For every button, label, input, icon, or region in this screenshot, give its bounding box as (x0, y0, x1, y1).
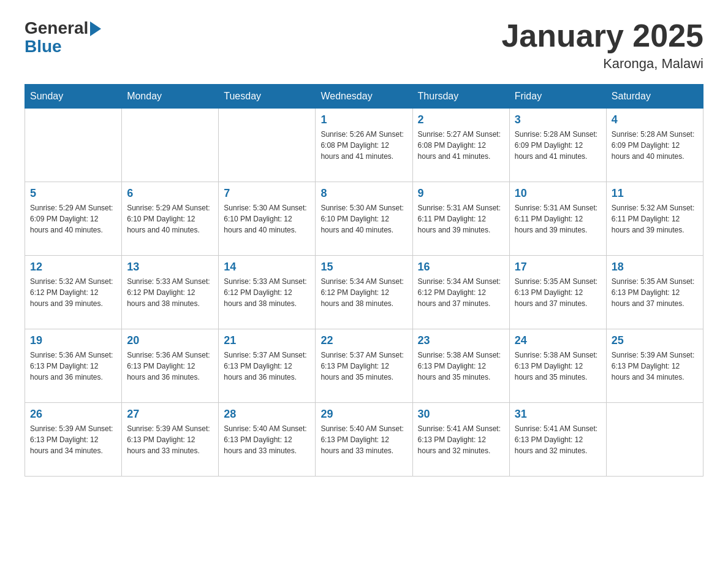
day-info: Sunrise: 5:39 AM Sunset: 6:13 PM Dayligh… (612, 350, 698, 383)
day-number: 29 (320, 408, 407, 421)
day-info: Sunrise: 5:35 AM Sunset: 6:13 PM Dayligh… (515, 276, 601, 309)
calendar-cell (25, 109, 122, 182)
calendar-cell: 25Sunrise: 5:39 AM Sunset: 6:13 PM Dayli… (606, 329, 703, 403)
day-info: Sunrise: 5:41 AM Sunset: 6:13 PM Dayligh… (515, 423, 601, 456)
calendar-cell: 5Sunrise: 5:29 AM Sunset: 6:09 PM Daylig… (25, 182, 122, 256)
calendar-header-row: SundayMondayTuesdayWednesdayThursdayFrid… (25, 85, 703, 109)
day-number: 4 (612, 113, 698, 126)
day-number: 14 (224, 261, 310, 274)
day-info: Sunrise: 5:31 AM Sunset: 6:11 PM Dayligh… (418, 202, 504, 236)
day-info: Sunrise: 5:34 AM Sunset: 6:12 PM Dayligh… (418, 276, 504, 309)
calendar-cell: 9Sunrise: 5:31 AM Sunset: 6:11 PM Daylig… (412, 182, 509, 256)
day-number: 17 (515, 261, 601, 274)
calendar-title-block: January 2025 Karonga, Malawi (501, 18, 703, 72)
day-info: Sunrise: 5:29 AM Sunset: 6:09 PM Dayligh… (30, 202, 116, 236)
logo: General Blue (25, 18, 101, 55)
day-number: 7 (224, 187, 310, 200)
calendar-cell: 1Sunrise: 5:26 AM Sunset: 6:08 PM Daylig… (316, 109, 412, 182)
calendar-cell: 18Sunrise: 5:35 AM Sunset: 6:13 PM Dayli… (606, 256, 703, 329)
column-header-sunday: Sunday (25, 85, 122, 109)
day-info: Sunrise: 5:40 AM Sunset: 6:13 PM Dayligh… (320, 423, 407, 456)
day-info: Sunrise: 5:37 AM Sunset: 6:13 PM Dayligh… (224, 350, 310, 383)
calendar-cell: 21Sunrise: 5:37 AM Sunset: 6:13 PM Dayli… (219, 329, 316, 403)
column-header-wednesday: Wednesday (316, 85, 412, 109)
calendar-table: SundayMondayTuesdayWednesdayThursdayFrid… (25, 84, 703, 477)
calendar-cell (606, 403, 703, 477)
day-info: Sunrise: 5:33 AM Sunset: 6:12 PM Dayligh… (224, 276, 310, 309)
day-number: 18 (612, 261, 698, 274)
day-number: 16 (418, 261, 504, 274)
calendar-week-row: 26Sunrise: 5:39 AM Sunset: 6:13 PM Dayli… (25, 403, 703, 477)
day-number: 21 (224, 334, 310, 347)
day-info: Sunrise: 5:29 AM Sunset: 6:10 PM Dayligh… (127, 202, 213, 236)
calendar-cell: 30Sunrise: 5:41 AM Sunset: 6:13 PM Dayli… (412, 403, 509, 477)
day-number: 19 (30, 334, 116, 347)
day-info: Sunrise: 5:31 AM Sunset: 6:11 PM Dayligh… (515, 202, 601, 236)
calendar-cell: 13Sunrise: 5:33 AM Sunset: 6:12 PM Dayli… (122, 256, 219, 329)
day-number: 6 (127, 187, 213, 200)
calendar-cell: 17Sunrise: 5:35 AM Sunset: 6:13 PM Dayli… (509, 256, 606, 329)
calendar-cell: 16Sunrise: 5:34 AM Sunset: 6:12 PM Dayli… (412, 256, 509, 329)
column-header-saturday: Saturday (606, 85, 703, 109)
day-number: 11 (612, 187, 698, 200)
calendar-title: January 2025 (501, 18, 703, 53)
day-info: Sunrise: 5:40 AM Sunset: 6:13 PM Dayligh… (224, 423, 310, 456)
day-info: Sunrise: 5:28 AM Sunset: 6:09 PM Dayligh… (612, 129, 698, 162)
day-info: Sunrise: 5:36 AM Sunset: 6:13 PM Dayligh… (30, 350, 116, 383)
day-number: 30 (418, 408, 504, 421)
day-number: 15 (320, 261, 407, 274)
day-info: Sunrise: 5:30 AM Sunset: 6:10 PM Dayligh… (320, 202, 407, 236)
calendar-cell: 22Sunrise: 5:37 AM Sunset: 6:13 PM Dayli… (316, 329, 412, 403)
calendar-cell: 23Sunrise: 5:38 AM Sunset: 6:13 PM Dayli… (412, 329, 509, 403)
calendar-cell: 7Sunrise: 5:30 AM Sunset: 6:10 PM Daylig… (219, 182, 316, 256)
column-header-tuesday: Tuesday (219, 85, 316, 109)
calendar-cell: 26Sunrise: 5:39 AM Sunset: 6:13 PM Dayli… (25, 403, 122, 477)
day-number: 10 (515, 187, 601, 200)
logo-general: General (25, 18, 88, 38)
day-info: Sunrise: 5:34 AM Sunset: 6:12 PM Dayligh… (320, 276, 407, 309)
day-number: 22 (320, 334, 407, 347)
calendar-cell: 27Sunrise: 5:39 AM Sunset: 6:13 PM Dayli… (122, 403, 219, 477)
calendar-cell: 20Sunrise: 5:36 AM Sunset: 6:13 PM Dayli… (122, 329, 219, 403)
day-number: 8 (320, 187, 407, 200)
day-info: Sunrise: 5:37 AM Sunset: 6:13 PM Dayligh… (320, 350, 407, 383)
day-number: 31 (515, 408, 601, 421)
day-info: Sunrise: 5:39 AM Sunset: 6:13 PM Dayligh… (30, 423, 116, 456)
calendar-cell: 4Sunrise: 5:28 AM Sunset: 6:09 PM Daylig… (606, 109, 703, 182)
day-info: Sunrise: 5:38 AM Sunset: 6:13 PM Dayligh… (418, 350, 504, 383)
calendar-week-row: 19Sunrise: 5:36 AM Sunset: 6:13 PM Dayli… (25, 329, 703, 403)
day-info: Sunrise: 5:33 AM Sunset: 6:12 PM Dayligh… (127, 276, 213, 309)
calendar-cell: 8Sunrise: 5:30 AM Sunset: 6:10 PM Daylig… (316, 182, 412, 256)
calendar-cell: 11Sunrise: 5:32 AM Sunset: 6:11 PM Dayli… (606, 182, 703, 256)
calendar-cell: 2Sunrise: 5:27 AM Sunset: 6:08 PM Daylig… (412, 109, 509, 182)
calendar-cell: 10Sunrise: 5:31 AM Sunset: 6:11 PM Dayli… (509, 182, 606, 256)
day-number: 9 (418, 187, 504, 200)
day-number: 1 (320, 113, 407, 126)
day-number: 3 (515, 113, 601, 126)
calendar-subtitle: Karonga, Malawi (501, 56, 703, 72)
day-number: 27 (127, 408, 213, 421)
day-number: 28 (224, 408, 310, 421)
day-info: Sunrise: 5:26 AM Sunset: 6:08 PM Dayligh… (320, 129, 407, 162)
calendar-cell: 31Sunrise: 5:41 AM Sunset: 6:13 PM Dayli… (509, 403, 606, 477)
calendar-week-row: 5Sunrise: 5:29 AM Sunset: 6:09 PM Daylig… (25, 182, 703, 256)
day-number: 2 (418, 113, 504, 126)
day-info: Sunrise: 5:30 AM Sunset: 6:10 PM Dayligh… (224, 202, 310, 236)
column-header-friday: Friday (509, 85, 606, 109)
day-number: 5 (30, 187, 116, 200)
day-info: Sunrise: 5:36 AM Sunset: 6:13 PM Dayligh… (127, 350, 213, 383)
day-info: Sunrise: 5:27 AM Sunset: 6:08 PM Dayligh… (418, 129, 504, 162)
column-header-monday: Monday (122, 85, 219, 109)
calendar-cell: 12Sunrise: 5:32 AM Sunset: 6:12 PM Dayli… (25, 256, 122, 329)
calendar-cell: 24Sunrise: 5:38 AM Sunset: 6:13 PM Dayli… (509, 329, 606, 403)
calendar-cell: 19Sunrise: 5:36 AM Sunset: 6:13 PM Dayli… (25, 329, 122, 403)
day-number: 25 (612, 334, 698, 347)
calendar-cell: 6Sunrise: 5:29 AM Sunset: 6:10 PM Daylig… (122, 182, 219, 256)
day-info: Sunrise: 5:32 AM Sunset: 6:12 PM Dayligh… (30, 276, 116, 309)
calendar-cell: 14Sunrise: 5:33 AM Sunset: 6:12 PM Dayli… (219, 256, 316, 329)
day-info: Sunrise: 5:32 AM Sunset: 6:11 PM Dayligh… (612, 202, 698, 236)
day-number: 26 (30, 408, 116, 421)
calendar-cell (219, 109, 316, 182)
calendar-week-row: 1Sunrise: 5:26 AM Sunset: 6:08 PM Daylig… (25, 109, 703, 182)
day-info: Sunrise: 5:28 AM Sunset: 6:09 PM Dayligh… (515, 129, 601, 162)
